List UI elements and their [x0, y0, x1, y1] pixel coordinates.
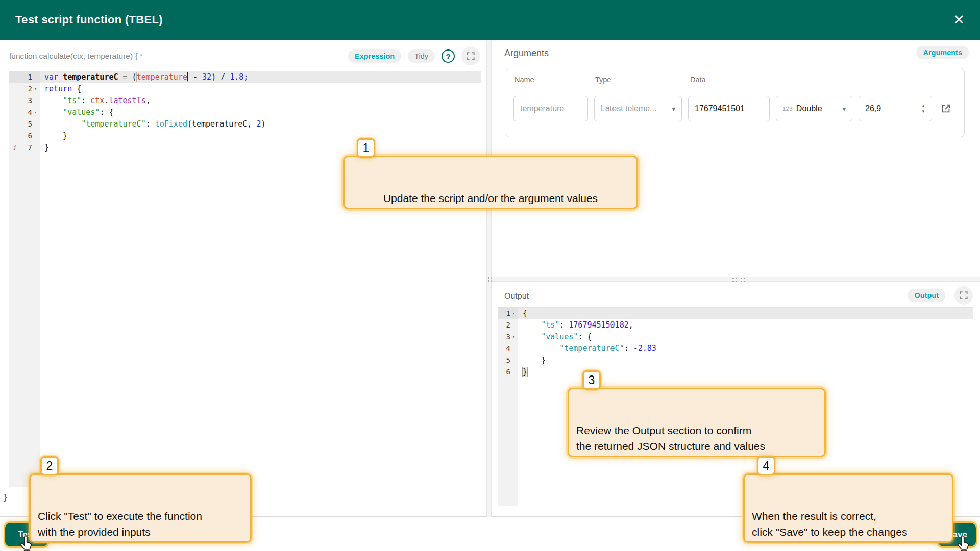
line-number: 6 [28, 130, 32, 142]
code-token: , [629, 320, 633, 330]
code-text: var temperatureC = (temperature - 32) / … [40, 71, 481, 83]
code-token: { [72, 84, 81, 93]
line-number: 1 [506, 308, 510, 319]
open-in-new-icon [940, 103, 951, 114]
code-token: ) [261, 119, 265, 129]
horizontal-splitter[interactable] [492, 277, 980, 282]
code-token: temperatureC [63, 72, 118, 82]
code-token: temperature [136, 72, 188, 82]
argument-type-value: Latest teleme... [601, 104, 656, 113]
code-editor[interactable]: 1var temperatureC = (temperature - 32) /… [9, 71, 481, 487]
value-type-main: 123 Double [782, 104, 822, 113]
tidy-button[interactable]: Tidy [408, 49, 435, 63]
code-token: - [188, 72, 202, 82]
line-gutter: 6 [9, 130, 40, 142]
code-token: : [624, 344, 633, 353]
column-header-data: Data [690, 76, 706, 84]
line-number: 3 [506, 331, 510, 343]
argument-name-field[interactable]: temperature [513, 96, 588, 121]
argument-value-input[interactable]: 26,9 ▲ ▼ [859, 96, 932, 121]
code-line: 3▾ "values": { [498, 331, 973, 343]
line-gutter: 4▾ [9, 107, 40, 118]
code-token: toFixed [155, 119, 187, 129]
code-token: "ts" [541, 320, 559, 330]
code-line: 6 } [9, 130, 481, 142]
code-token: : { [100, 108, 113, 117]
argument-data-input[interactable]: 17679451501 [688, 96, 770, 121]
code-token [523, 320, 541, 330]
open-in-new-button[interactable] [940, 103, 951, 114]
fullscreen-icon [959, 290, 969, 300]
line-number: 4 [506, 343, 510, 355]
code-line: 3 "ts": ctx.latestTs, [9, 95, 481, 107]
expression-badge: Expression [348, 49, 401, 63]
code-token: "values" [541, 332, 578, 341]
code-text: "temperatureC": toFixed(temperatureC, 2) [40, 118, 481, 130]
argument-type-select[interactable]: Latest teleme... ▾ [594, 96, 682, 121]
fold-toggle-icon[interactable]: ▾ [511, 308, 517, 319]
code-token: = [118, 72, 132, 82]
callout-number-badge: 4 [757, 456, 775, 475]
code-token: } [44, 143, 49, 152]
line-gutter: 5 [9, 118, 40, 130]
code-token: 1767945150182 [569, 320, 628, 330]
line-number: 5 [28, 118, 32, 130]
arguments-table: Name Type Data temperature Latest teleme… [506, 68, 965, 137]
code-line: 4▾ "values": { [9, 107, 481, 118]
line-gutter: 1 [9, 71, 40, 83]
stepper-down-icon[interactable]: ▼ [921, 110, 925, 114]
line-gutter: 3 [9, 95, 40, 107]
fold-toggle-icon[interactable]: ▾ [511, 331, 517, 343]
code-token: 32 [202, 72, 211, 82]
line-number: 2 [28, 83, 32, 95]
code-line: i7} [9, 142, 481, 154]
code-text: "values": { [518, 331, 973, 343]
output-fullscreen-button[interactable] [954, 286, 973, 305]
argument-value: 26,9 [865, 104, 881, 113]
code-token: ; [243, 72, 248, 82]
fold-toggle-icon[interactable]: ▾ [33, 83, 38, 95]
code-token [44, 96, 63, 105]
line-gutter: 4 [498, 343, 518, 355]
line-number: 2 [506, 319, 510, 331]
code-line: 1var temperatureC = (temperature - 32) /… [9, 71, 481, 83]
stepper-up-icon[interactable]: ▲ [921, 104, 925, 108]
callout-number-badge: 2 [40, 456, 59, 475]
code-text: "ts": ctx.latestTs, [40, 95, 481, 107]
code-text: "values": { [40, 107, 481, 118]
code-line: 4 "temperatureC": -2.83 [498, 343, 973, 355]
code-line: 1▾{ [498, 308, 973, 319]
code-token: "temperatureC" [81, 119, 145, 129]
fullscreen-button[interactable] [461, 47, 480, 65]
code-token: return [44, 84, 72, 93]
close-icon[interactable]: ✕ [953, 13, 965, 27]
code-token: , [146, 96, 151, 105]
code-token: (temperatureC, [187, 119, 256, 129]
code-token: "temperatureC" [559, 344, 624, 353]
info-icon: i [13, 142, 15, 154]
code-line: 5 "temperatureC": toFixed(temperatureC, … [9, 118, 481, 130]
code-token: "ts" [63, 96, 81, 105]
vertical-splitter[interactable] [486, 40, 492, 517]
function-closing-brace: } [3, 493, 8, 502]
code-token: 1.8 [230, 72, 243, 82]
code-line: 5 } [498, 355, 973, 366]
fold-toggle-icon[interactable]: ▾ [33, 107, 38, 118]
code-text: } [518, 355, 973, 366]
callout-text: Update the script and/or the argument va… [383, 192, 598, 204]
code-token [523, 344, 559, 353]
code-token [44, 119, 81, 129]
callout-number-badge: 1 [357, 138, 375, 158]
line-number: 5 [506, 355, 510, 366]
callout-number-badge: 3 [582, 370, 601, 390]
dialog-title: Test script function (TBEL) [15, 13, 163, 27]
help-icon[interactable]: ? [442, 49, 455, 63]
cursor-hand-icon [957, 536, 970, 551]
value-stepper[interactable]: ▲ ▼ [921, 104, 925, 114]
output-badge: Output [908, 289, 945, 302]
code-text: { [518, 308, 973, 319]
value-type-select[interactable]: 123 Double ▾ [776, 96, 852, 121]
line-number: 4 [28, 107, 32, 118]
code-text: } [40, 130, 481, 142]
code-token [58, 72, 63, 82]
